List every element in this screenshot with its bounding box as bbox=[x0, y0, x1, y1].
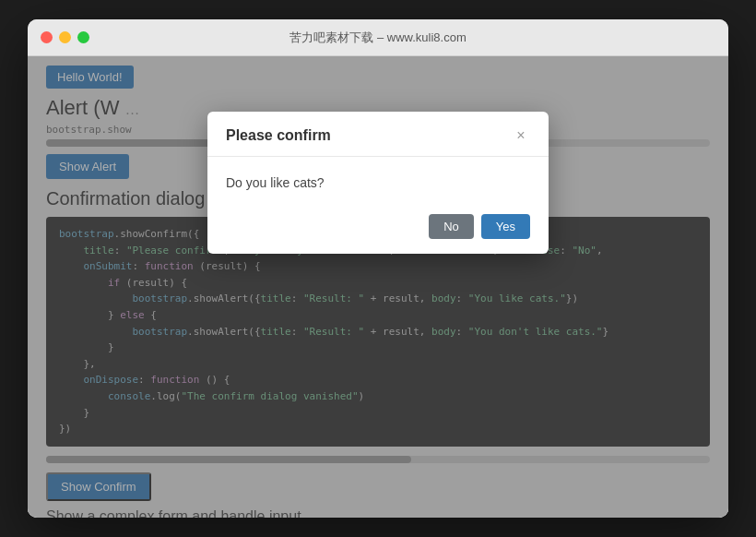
browser-window: 苦力吧素材下载 – www.kuli8.com Hello World! Ale… bbox=[28, 19, 728, 518]
minimize-traffic-light[interactable] bbox=[59, 31, 71, 43]
modal-header: Please confirm × bbox=[207, 112, 549, 157]
modal-footer: No Yes bbox=[207, 205, 549, 254]
window-content: Hello World! Alert (W … bootstrap.show S… bbox=[28, 56, 728, 518]
window-title: 苦力吧素材下载 – www.kuli8.com bbox=[289, 30, 466, 46]
modal-no-button[interactable]: No bbox=[429, 214, 474, 239]
traffic-lights bbox=[41, 31, 89, 43]
confirm-dialog: Please confirm × Do you like cats? No Ye… bbox=[207, 112, 549, 254]
maximize-traffic-light[interactable] bbox=[77, 31, 89, 43]
titlebar: 苦力吧素材下载 – www.kuli8.com bbox=[28, 19, 728, 56]
close-traffic-light[interactable] bbox=[41, 31, 53, 43]
modal-body-text: Do you like cats? bbox=[226, 175, 325, 190]
modal-title: Please confirm bbox=[226, 127, 331, 144]
modal-yes-button[interactable]: Yes bbox=[481, 214, 530, 239]
modal-body: Do you like cats? bbox=[207, 157, 549, 205]
modal-close-button[interactable]: × bbox=[512, 126, 530, 145]
